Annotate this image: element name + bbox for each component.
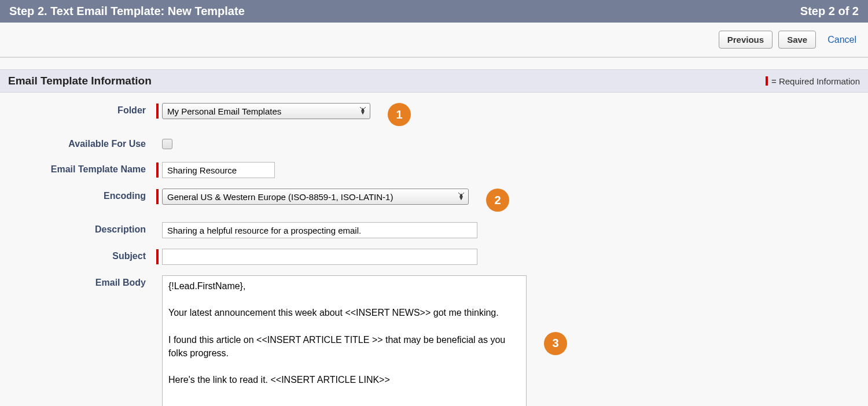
subject-input[interactable] <box>162 249 477 265</box>
save-button[interactable]: Save <box>778 31 816 49</box>
required-info-note: = Required Information <box>766 76 860 86</box>
email-body-textarea[interactable] <box>162 275 527 406</box>
label-encoding: Encoding <box>0 189 156 201</box>
previous-button[interactable]: Previous <box>719 31 773 49</box>
callout-1: 1 <box>388 103 411 126</box>
required-note-text: = Required Information <box>771 76 860 86</box>
step-header: Step 2. Text Email Template: New Templat… <box>0 0 868 23</box>
form-area: Folder My Personal Email Templates ▲▼ 1 … <box>0 93 868 406</box>
row-description: Description <box>0 222 868 238</box>
callout-3: 3 <box>544 332 567 355</box>
section-title: Email Template Information <box>8 75 152 87</box>
required-marker <box>156 249 159 264</box>
available-checkbox[interactable] <box>162 139 172 149</box>
row-folder: Folder My Personal Email Templates ▲▼ 1 <box>0 103 868 126</box>
label-body: Email Body <box>0 275 156 288</box>
step-indicator: Step 2 of 2 <box>800 5 859 18</box>
step-title: Step 2. Text Email Template: New Templat… <box>9 5 245 18</box>
label-available: Available For Use <box>0 136 156 149</box>
section-header: Email Template Information = Required In… <box>0 69 868 93</box>
required-marker <box>156 104 159 119</box>
label-description: Description <box>0 222 156 235</box>
label-folder: Folder <box>0 103 156 116</box>
folder-select[interactable]: My Personal Email Templates <box>162 103 370 119</box>
row-subject: Subject <box>0 249 868 265</box>
row-available: Available For Use <box>0 136 868 152</box>
row-encoding: Encoding General US & Western Europe (IS… <box>0 189 868 212</box>
callout-2: 2 <box>486 189 509 212</box>
cancel-link[interactable]: Cancel <box>827 35 856 45</box>
row-body: Email Body 3 <box>0 275 868 406</box>
required-marker <box>156 163 159 178</box>
required-bar-icon <box>766 76 768 86</box>
action-button-row: Previous Save Cancel <box>0 23 868 58</box>
label-name: Email Template Name <box>0 162 156 175</box>
template-name-input[interactable] <box>162 162 275 178</box>
encoding-select[interactable]: General US & Western Europe (ISO-8859-1,… <box>162 189 469 205</box>
label-subject: Subject <box>0 249 156 261</box>
row-name: Email Template Name <box>0 162 868 178</box>
required-marker <box>156 189 159 204</box>
description-input[interactable] <box>162 222 477 238</box>
